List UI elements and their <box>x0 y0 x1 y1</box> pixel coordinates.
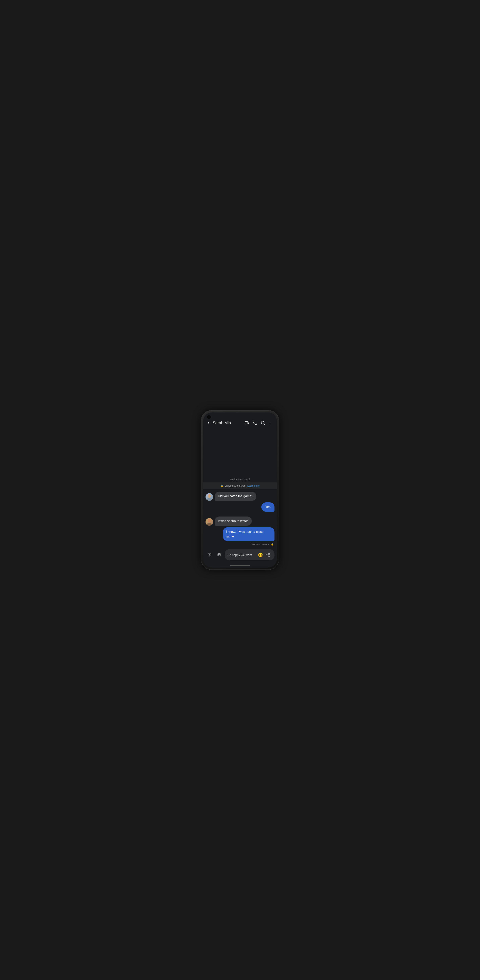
back-arrow-icon <box>207 421 211 425</box>
contact-name: Sarah Min <box>213 421 244 425</box>
send-icon <box>266 553 270 557</box>
input-bar: So happy we won! 😊 <box>203 547 277 563</box>
encryption-text: Chatting with Sarah. <box>225 484 246 487</box>
phone-screen: Sarah Min <box>203 412 277 568</box>
message-meta: 20 mins • Delivered 🔒 <box>205 543 275 546</box>
image-attach-button[interactable] <box>215 551 223 559</box>
voice-call-button[interactable] <box>252 420 258 426</box>
message-row: Yes <box>205 502 275 512</box>
message-text: It was so fun to watch <box>218 519 249 523</box>
phone-icon <box>253 421 257 425</box>
phone-device: Sarah Min <box>201 410 279 570</box>
contact-avatar-img <box>205 493 213 501</box>
svg-point-12 <box>208 519 211 522</box>
svg-point-11 <box>207 523 212 526</box>
back-button[interactable] <box>205 420 212 426</box>
svg-marker-0 <box>248 422 249 424</box>
video-call-button[interactable] <box>244 420 250 426</box>
emoji-button[interactable]: 😊 <box>258 552 263 557</box>
message-row: It was so fun to watch <box>205 517 275 526</box>
contact-avatar-img-2 <box>205 518 213 526</box>
date-label: Wednesday, Nov 4 <box>203 475 277 482</box>
avatar <box>205 493 213 501</box>
camera-hole <box>207 415 211 419</box>
more-options-button[interactable] <box>268 420 274 426</box>
message-text: Did you catch the game? <box>218 495 253 498</box>
message-text: I know, it was such a close game <box>226 530 264 538</box>
outgoing-bubble: Yes <box>261 502 275 512</box>
encryption-lock-icon: 🔒 <box>221 484 224 487</box>
more-options-icon <box>269 421 273 425</box>
svg-rect-1 <box>245 422 248 424</box>
message-input-text[interactable]: So happy we won! <box>227 553 256 557</box>
svg-point-5 <box>271 423 271 423</box>
messages-list: Did you catch the game? Yes <box>203 489 277 547</box>
learn-more-link[interactable]: Learn more <box>247 484 259 487</box>
video-camera-icon <box>245 421 249 425</box>
message-text: Yes <box>265 505 270 509</box>
chat-area: Wednesday, Nov 4 🔒 Chatting with Sarah. … <box>203 428 277 547</box>
incoming-bubble: Did you catch the game? <box>215 492 256 501</box>
search-icon <box>261 421 265 425</box>
top-action-buttons <box>244 420 274 426</box>
svg-point-17 <box>218 554 219 554</box>
image-icon <box>217 553 221 557</box>
delivered-lock-icon: 🔒 <box>271 543 274 546</box>
avatar <box>205 518 213 526</box>
svg-point-6 <box>271 424 271 425</box>
message-row: Did you catch the game? <box>205 492 275 501</box>
svg-rect-22 <box>269 555 270 557</box>
incoming-bubble: It was so fun to watch <box>215 517 252 526</box>
svg-point-4 <box>271 422 271 422</box>
message-row: I know, it was such a close game <box>205 527 275 541</box>
search-button[interactable] <box>260 420 266 426</box>
encryption-notice: 🔒 Chatting with Sarah. Learn more <box>203 482 277 489</box>
message-input-field[interactable]: So happy we won! 😊 <box>225 549 275 560</box>
message-timestamp: 20 mins • Delivered <box>251 543 270 546</box>
status-bar <box>203 412 277 418</box>
add-button[interactable] <box>205 551 213 559</box>
home-bar <box>230 565 250 566</box>
add-icon <box>208 553 211 557</box>
home-indicator <box>203 563 277 568</box>
top-navigation-bar: Sarah Min <box>203 418 277 428</box>
outgoing-bubble: I know, it was such a close game <box>223 527 275 541</box>
send-button[interactable] <box>264 551 272 558</box>
svg-line-3 <box>264 424 264 425</box>
svg-point-8 <box>207 498 212 501</box>
svg-point-9 <box>208 495 211 498</box>
